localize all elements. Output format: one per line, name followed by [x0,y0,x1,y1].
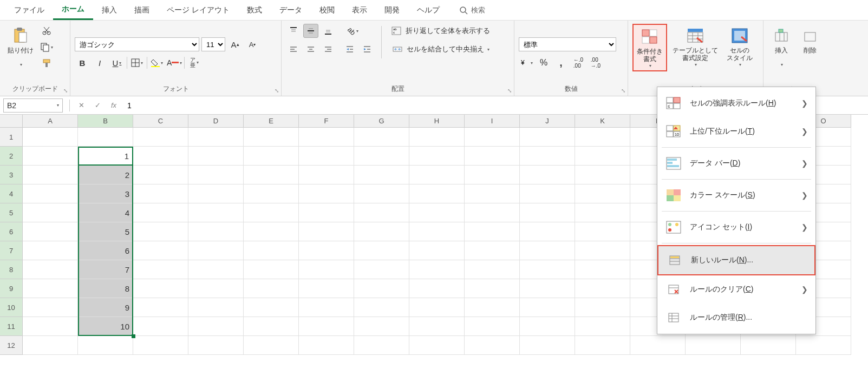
cell[interactable] [354,203,409,222]
cell[interactable] [465,260,520,279]
cell[interactable] [188,184,244,203]
cell[interactable] [520,241,575,260]
menu-highlight-cells[interactable]: ≤ セルの強調表示ルール(H) ❯ [657,89,815,117]
cell[interactable] [133,166,188,184]
cell[interactable] [520,184,575,203]
column-header[interactable]: F [299,115,354,128]
column-header[interactable]: J [520,115,575,128]
cell[interactable] [520,298,575,317]
column-header[interactable]: I [465,115,520,128]
menu-icon-sets[interactable]: アイコン セット(I) ❯ [657,213,815,241]
cell[interactable] [465,317,520,336]
font-size-select[interactable]: 11 [201,37,225,51]
cell[interactable] [465,241,520,260]
cell[interactable] [354,336,409,355]
cell[interactable] [133,222,188,241]
tab-review[interactable]: 校閲 [311,1,343,19]
row-header[interactable]: 7 [0,241,23,260]
font-launcher[interactable]: ⤡ [275,88,279,94]
cell[interactable] [575,128,630,147]
cell[interactable] [23,260,78,279]
cell[interactable] [133,203,188,222]
cell[interactable] [575,241,630,260]
cell[interactable] [78,336,133,355]
tab-page-layout[interactable]: ページ レイアウト [158,1,238,19]
cell[interactable] [188,222,244,241]
row-header[interactable]: 5 [0,203,23,222]
cell[interactable] [23,317,78,336]
cell[interactable] [23,166,78,184]
cell[interactable] [520,203,575,222]
cell[interactable] [299,241,354,260]
cell[interactable] [244,203,299,222]
cell[interactable]: 1 [78,147,133,166]
cell[interactable] [409,317,465,336]
cell[interactable] [575,279,630,298]
cell[interactable] [299,147,354,166]
cell[interactable] [299,260,354,279]
cell[interactable] [133,260,188,279]
decrease-font-button[interactable]: A▾ [245,37,260,51]
menu-top-bottom[interactable]: 10 上位/下位ルール(T) ❯ [657,117,815,146]
cell[interactable] [23,336,78,355]
tab-help[interactable]: ヘルプ [408,1,448,19]
column-header[interactable]: E [244,115,299,128]
cell[interactable] [796,336,851,355]
cell[interactable] [575,166,630,184]
cell[interactable] [465,336,520,355]
name-box[interactable]: B2 ▾ [3,98,63,113]
row-header[interactable]: 12 [0,336,23,355]
cell[interactable] [244,260,299,279]
cell[interactable] [409,260,465,279]
conditional-formatting-button[interactable]: 条件付き 書式▾ [632,24,667,71]
cell[interactable] [354,184,409,203]
cell[interactable] [78,128,133,147]
cell[interactable] [188,298,244,317]
cell[interactable] [354,166,409,184]
menu-color-scales[interactable]: カラー スケール(S) ❯ [657,181,815,209]
column-header[interactable]: A [23,115,78,128]
cell[interactable] [133,298,188,317]
cell[interactable] [188,336,244,355]
orientation-button[interactable]: ab▾ [342,24,364,38]
align-right-button[interactable] [321,42,336,56]
fx-button[interactable]: fx [106,98,122,113]
cell[interactable] [23,128,78,147]
menu-new-rule[interactable]: 新しいルール(N)... [657,245,815,275]
cell[interactable] [575,260,630,279]
cell[interactable] [354,279,409,298]
number-launcher[interactable]: ⤡ [621,88,625,94]
tab-view[interactable]: 表示 [343,1,376,19]
font-family-select[interactable]: 游ゴシック [75,37,199,51]
cell[interactable] [409,336,465,355]
cell[interactable] [244,317,299,336]
cell[interactable] [244,222,299,241]
column-header[interactable]: K [575,115,630,128]
cell[interactable] [188,128,244,147]
cell[interactable] [575,147,630,166]
cell[interactable] [23,222,78,241]
cell[interactable] [23,203,78,222]
cell[interactable]: 5 [78,222,133,241]
format-as-table-button[interactable]: テーブルとして 書式設定▾ [669,24,721,69]
italic-button[interactable]: I [92,56,107,70]
border-button[interactable]: ▾ [129,56,145,70]
menu-clear-rules[interactable]: ルールのクリア(C) ❯ [657,275,815,304]
phonetic-button[interactable]: ア亜▾ [187,56,202,70]
insert-cells-button[interactable]: 挿入▾ [768,24,795,69]
cell[interactable] [133,147,188,166]
cancel-formula-button[interactable]: ✕ [73,98,89,113]
cell[interactable] [409,241,465,260]
cell[interactable] [244,279,299,298]
align-top-button[interactable] [286,24,301,38]
cell[interactable] [354,128,409,147]
tab-data[interactable]: データ [271,1,311,19]
cell[interactable] [465,203,520,222]
cell[interactable] [354,260,409,279]
tab-formulas[interactable]: 数式 [238,1,271,19]
cell[interactable] [741,336,796,355]
copy-button[interactable]: ▾ [39,40,54,54]
percent-button[interactable]: % [536,56,551,70]
column-header[interactable]: C [133,115,188,128]
cell[interactable] [244,184,299,203]
